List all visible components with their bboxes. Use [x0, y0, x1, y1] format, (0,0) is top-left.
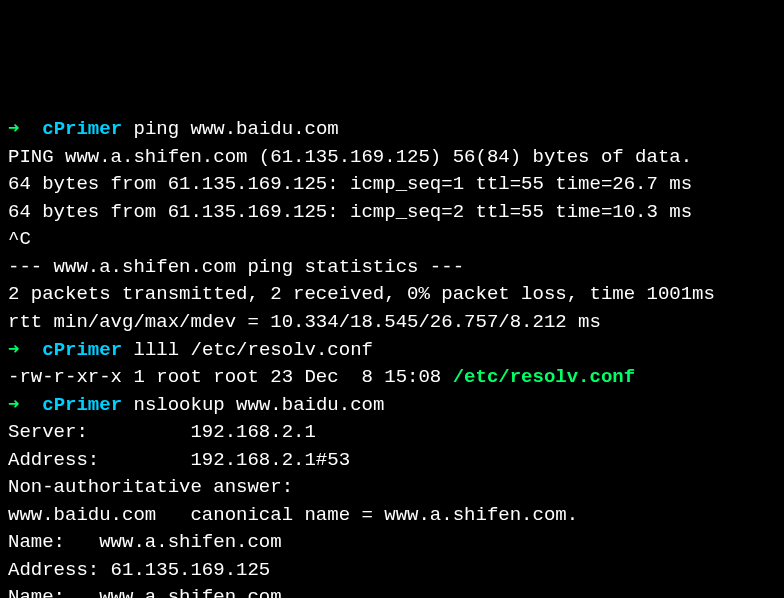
- ls-output-filepath: /etc/resolv.conf: [453, 366, 635, 388]
- command-text: ping www.baidu.com: [134, 118, 339, 140]
- ping-output-reply: 64 bytes from 61.135.169.125: icmp_seq=1…: [8, 171, 776, 199]
- ls-output: -rw-r-xr-x 1 root root 23 Dec 8 15:08 /e…: [8, 364, 776, 392]
- ping-stats-packets: 2 packets transmitted, 2 received, 0% pa…: [8, 281, 776, 309]
- ping-stats-header: --- www.a.shifen.com ping statistics ---: [8, 254, 776, 282]
- prompt-arrow-icon: ➜: [8, 339, 19, 361]
- nslookup-name: Name: www.a.shifen.com: [8, 529, 776, 557]
- prompt-line-2[interactable]: ➜ cPrimer llll /etc/resolv.conf: [8, 337, 776, 365]
- ping-output-header: PING www.a.shifen.com (61.135.169.125) 5…: [8, 144, 776, 172]
- ping-stats-rtt: rtt min/avg/max/mdev = 10.334/18.545/26.…: [8, 309, 776, 337]
- command-text: nslookup www.baidu.com: [134, 394, 385, 416]
- nslookup-addr: Address: 61.135.169.125: [8, 557, 776, 585]
- nslookup-name: Name: www.a.shifen.com: [8, 584, 776, 598]
- prompt-arrow-icon: ➜: [8, 118, 19, 140]
- prompt-line-1[interactable]: ➜ cPrimer ping www.baidu.com: [8, 116, 776, 144]
- command-text: llll /etc/resolv.conf: [134, 339, 373, 361]
- ls-output-perms: -rw-r-xr-x 1 root root 23 Dec 8 15:08: [8, 366, 453, 388]
- nslookup-server: Server: 192.168.2.1: [8, 419, 776, 447]
- prompt-hostname: cPrimer: [42, 118, 122, 140]
- interrupt-signal: ^C: [8, 226, 776, 254]
- prompt-hostname: cPrimer: [42, 339, 122, 361]
- nslookup-nonauth-header: Non-authoritative answer:: [8, 474, 776, 502]
- prompt-arrow-icon: ➜: [8, 394, 19, 416]
- prompt-line-3[interactable]: ➜ cPrimer nslookup www.baidu.com: [8, 392, 776, 420]
- prompt-hostname: cPrimer: [42, 394, 122, 416]
- ping-output-reply: 64 bytes from 61.135.169.125: icmp_seq=2…: [8, 199, 776, 227]
- nslookup-address: Address: 192.168.2.1#53: [8, 447, 776, 475]
- nslookup-cname: www.baidu.com canonical name = www.a.shi…: [8, 502, 776, 530]
